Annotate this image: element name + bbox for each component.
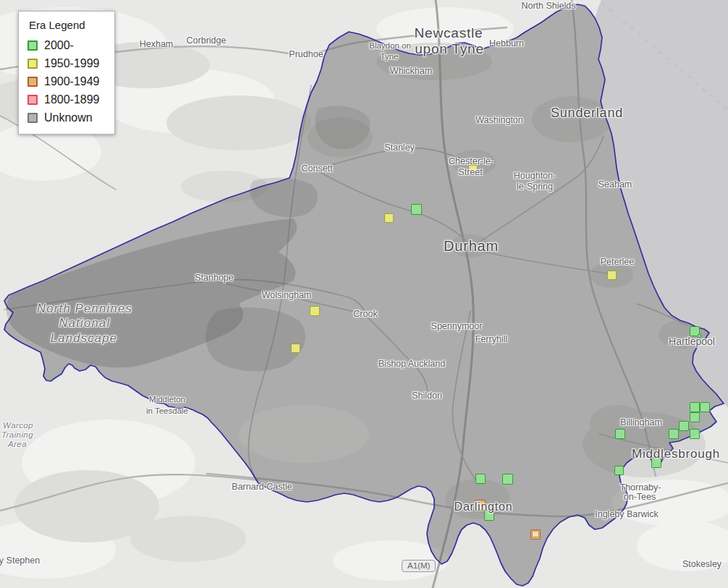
map-marker-1900[interactable]	[475, 500, 486, 511]
era-legend: Era Legend 2000-1950-19991900-19491800-1…	[18, 11, 115, 135]
legend-label: 1800-1899	[44, 93, 100, 106]
legend-item-unknown: Unknown	[27, 108, 104, 127]
legend-swatch-1900	[27, 77, 38, 87]
map-marker-2000[interactable]	[698, 334, 701, 338]
legend-swatch-unknown	[27, 113, 38, 123]
map-marker-2000[interactable]	[614, 466, 624, 475]
map-marker-2000[interactable]	[615, 429, 625, 439]
map-marker-2000[interactable]	[690, 429, 700, 439]
legend-swatch-2000	[27, 41, 38, 51]
map-marker-2000[interactable]	[651, 458, 661, 468]
map-marker-1950[interactable]	[291, 344, 300, 353]
legend-item-1900: 1900-1949	[27, 72, 104, 90]
map-marker-2000[interactable]	[690, 402, 700, 412]
legend-label: 2000-	[44, 39, 74, 52]
legend-swatch-1800	[27, 95, 38, 105]
legend-label: 1900-1949	[44, 75, 100, 88]
map-marker-2000[interactable]	[502, 474, 513, 485]
map-marker-1950[interactable]	[310, 306, 320, 316]
map-marker-2000[interactable]	[669, 429, 679, 439]
map-marker-2000[interactable]	[679, 421, 689, 431]
map-marker-1950[interactable]	[468, 165, 478, 174]
map-marker-2000[interactable]	[475, 474, 486, 484]
legend-title: Era Legend	[29, 19, 104, 31]
map[interactable]: North ShieldsNewcastleupon TyneHebburnBl…	[0, 0, 728, 588]
map-marker-2000[interactable]	[700, 402, 710, 412]
legend-label: 1950-1999	[44, 57, 100, 70]
legend-label: Unknown	[44, 111, 93, 124]
map-marker-2000[interactable]	[484, 511, 494, 521]
legend-item-1800: 1800-1899	[27, 90, 104, 108]
era-legend-items: 2000-1950-19991900-19491800-1899Unknown	[27, 36, 104, 127]
map-marker-1950[interactable]	[607, 270, 617, 280]
legend-swatch-1950	[27, 59, 38, 69]
legend-item-2000: 2000-	[27, 36, 104, 54]
map-marker-2000[interactable]	[411, 204, 422, 215]
legend-item-1950: 1950-1999	[27, 54, 104, 72]
marker-inner-square	[532, 531, 539, 537]
map-marker-1950[interactable]	[384, 213, 394, 223]
map-marker-1900[interactable]	[530, 529, 541, 540]
road-badge-a1m: A1(M)	[402, 560, 436, 572]
map-marker-2000[interactable]	[690, 412, 700, 422]
